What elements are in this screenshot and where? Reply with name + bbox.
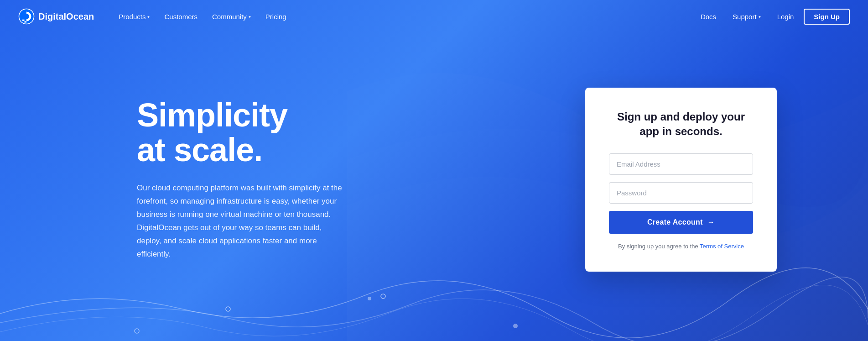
brand-name: DigitalOcean	[38, 11, 94, 22]
password-input[interactable]	[609, 182, 753, 204]
nav-customers[interactable]: Customers	[158, 9, 204, 24]
community-chevron-icon: ▾	[249, 14, 251, 19]
logo-icon	[18, 8, 35, 25]
navbar: DigitalOcean Products ▾ Customers Commun…	[0, 0, 868, 33]
svg-rect-2	[22, 20, 25, 21]
signup-card: Sign up and deploy your app in seconds. …	[585, 88, 777, 272]
create-account-button[interactable]: Create Account →	[609, 211, 753, 234]
logo-link[interactable]: DigitalOcean	[18, 8, 94, 25]
nav-right: Docs Support ▾ Login Sign Up	[694, 9, 850, 25]
card-title: Sign up and deploy your app in seconds.	[609, 110, 753, 139]
email-input[interactable]	[609, 153, 753, 175]
hero-left: Simplicity at scale. Our cloud computing…	[137, 98, 347, 261]
nav-products[interactable]: Products ▾	[112, 9, 156, 24]
hero-content: Simplicity at scale. Our cloud computing…	[0, 0, 868, 341]
svg-rect-1	[25, 21, 27, 23]
nav-login[interactable]: Login	[771, 9, 800, 24]
hero-description: Our cloud computing platform was built w…	[137, 182, 347, 261]
tos-link[interactable]: Terms of Service	[700, 243, 744, 250]
nav-links: Products ▾ Customers Community ▾ Pricing	[112, 9, 694, 24]
arrow-icon: →	[707, 218, 715, 226]
tos-text: By signing up you agree to the Terms of …	[609, 243, 753, 250]
signup-button[interactable]: Sign Up	[804, 9, 850, 25]
nav-docs[interactable]: Docs	[694, 9, 722, 24]
nav-pricing[interactable]: Pricing	[259, 9, 293, 24]
nav-community[interactable]: Community ▾	[206, 9, 257, 24]
nav-support[interactable]: Support ▾	[726, 9, 767, 24]
hero-headline: Simplicity at scale.	[137, 98, 347, 167]
support-chevron-icon: ▾	[759, 14, 761, 19]
hero-section: DigitalOcean Products ▾ Customers Commun…	[0, 0, 868, 341]
products-chevron-icon: ▾	[147, 14, 150, 19]
